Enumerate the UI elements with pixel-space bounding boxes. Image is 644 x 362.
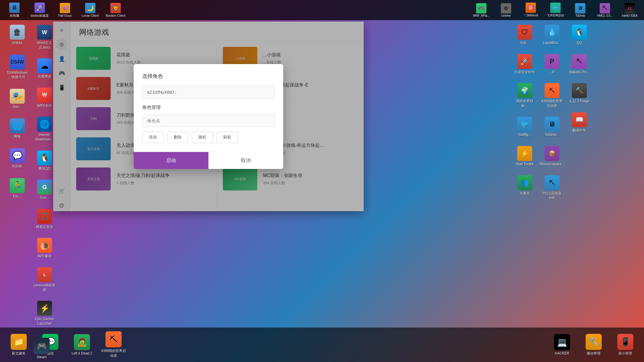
bottom-icon-xinwenjianxi[interactable]: 📁 新文建夹 (6, 334, 32, 356)
role-selection-modal: 选择角色 eZ1lzfNyXBiD | 角色管理 添加 删除 随机 刷新 (134, 64, 283, 169)
desktop-icon-ds4[interactable]: DS4W DS4Windows - 快捷方式 (4, 53, 30, 81)
modal-footer: 启动 取消 (134, 152, 283, 169)
taskbar-icon-todesk[interactable]: 🖥 ToDesk (569, 1, 592, 19)
bottom-icon-hacker[interactable]: 💻 HACKER (549, 334, 575, 355)
desktop-icon-todesk2[interactable]: 🖥 ToDesk... (539, 115, 565, 139)
bottom-icon-steam[interactable]: 🎮 Steam (29, 338, 55, 359)
desktop-icon-world-target[interactable]: 🌍 我的世界目标... (512, 81, 538, 110)
delete-role-button[interactable]: 删除 (167, 132, 188, 143)
taskbar-icon-lunar[interactable]: 🌙 Lunar Client (79, 1, 102, 19)
taskbar-icon-baolion[interactable]: 🦁 Baolion Client (104, 1, 127, 19)
desktop-icon-p[interactable]: P ...P (539, 52, 565, 76)
desktop-icon-4399world[interactable]: ⛏ 4399我的世界启动器 (539, 81, 565, 110)
desktop-icon-pcl2[interactable]: ⛏ PCL2启动器 exe (539, 174, 565, 202)
random-role-button[interactable]: 随机 (192, 132, 213, 143)
desktop-icon-network[interactable]: 🌐 网络 (4, 117, 30, 141)
taskbar-icon-fallguys[interactable]: 👾 Fall Guys (53, 1, 76, 19)
taskbar-icon-wnf[interactable]: 🎮 WNF_NFla... (470, 1, 493, 19)
desktop-icon-resourcepack[interactable]: 📦 Resourcepack... (539, 144, 565, 168)
modal-title: 选择角色 (142, 73, 275, 80)
taskbar-icon-feishu[interactable]: 🐦 飞书官网启动 (544, 1, 567, 19)
desktop-icon-anti[interactable]: 🛡 Anti... (512, 23, 538, 47)
add-role-button[interactable]: 添加 (142, 132, 164, 143)
bottom-icon-l4d[interactable]: 🧟 Left 4 Dead 2 (69, 334, 95, 355)
taskbar-icon-biubiu[interactable]: 🚀 biubiu加速器 (28, 1, 51, 19)
cancel-button[interactable]: 取消 (208, 152, 283, 169)
desktop-icon-swiftly[interactable]: 🐦 Swiftly... (512, 115, 538, 139)
taskbar-right-area: 🎮 WNF_NFla... ⚙ runtime 🎯 ！ЭbiNico9 🐦 飞书… (470, 0, 641, 20)
desktop-icon-yizhan[interactable]: 📖 翻译中学 (566, 111, 592, 135)
taskbar-icon-idea[interactable]: IJ IntelliJ IDEA (618, 1, 641, 19)
taskbar-top: 🖥 此电脑 🚀 biubiu加速器 👾 Fall Guys 🌙 Lunar Cl… (0, 0, 644, 20)
desktop: 🖥 此电脑 🚀 biubiu加速器 👾 Fall Guys 🌙 Lunar Cl… (0, 0, 644, 362)
desktop-icon-huojian[interactable]: 🚀 火箭安全软件 (512, 52, 538, 76)
right-icons-col2: 💧 LiquidBou... P ...P ⛏ 4399我的世界启动器 🖥 To… (539, 23, 565, 202)
role-selector[interactable]: eZ1lzfNyXBiD | (142, 85, 275, 99)
desktop-icon-watt[interactable]: ⚡ Watt Toolkit (512, 144, 538, 168)
desktop-icon-kook[interactable]: 💬 KOOK (4, 147, 30, 171)
desktop-icon-escape[interactable]: 🏃 Esc... (4, 176, 30, 201)
desktop-icon-dajia[interactable]: 👥 大家夫 (512, 174, 538, 198)
desktop-icon-don[interactable]: 🎭 Don... (4, 87, 30, 111)
desktop-icon-recycle[interactable]: 🗑 回收站 (4, 23, 30, 47)
desktop-icon-lenovo[interactable]: L Lenovo联机管理 (32, 265, 57, 294)
app-window: ≡ ⊙ 👤 🎮 📱 🛒 @ 网络游戏 花雨庭 (53, 22, 364, 211)
selected-role-text: eZ1lzfNyXBiD (147, 90, 174, 95)
desktop-icon-forge[interactable]: 🔨 1.12.2-Forge (566, 81, 592, 105)
bottom-icon-qudong[interactable]: 🔧 驱动帮理 (581, 334, 607, 356)
desktop-icon-liquidbounce[interactable]: 💧 LiquidBou... (539, 23, 565, 47)
taskbar-icon-hmcl[interactable]: ⛏ HMCL-3.5... (593, 1, 616, 19)
role-management-title: 角色管理 (142, 105, 275, 111)
desktop-icon-epic[interactable]: ⚡ Epic Games Launcher (32, 299, 57, 328)
taskbar-icon-binico[interactable]: 🎯 ！ЭbiNico9 (519, 1, 542, 19)
modal-overlay: 选择角色 eZ1lzfNyXBiD | 角色管理 添加 删除 随机 刷新 (53, 22, 364, 211)
desktop-icon-qqright[interactable]: 🐧 QQ (566, 23, 592, 47)
refresh-role-button[interactable]: 刷新 (216, 132, 238, 143)
right-icons-col3: 🐧 QQ ⛏ BakaXL Pu... 🔨 1.12.2-Forge 📖 翻译中… (566, 23, 592, 134)
right-icons-col1: 🛡 Anti... 🚀 火箭安全软件 🌍 我的世界目标... 🐦 Swiftly… (512, 23, 538, 197)
bottom-icon-xixiao[interactable]: 📱 喜小班理 (612, 334, 638, 356)
role-name-input[interactable] (142, 115, 275, 127)
taskbar-icon-runtime[interactable]: ⚙ runtime (494, 1, 518, 19)
desktop-icon-bakaxl[interactable]: ⛏ BakaXL Pu... (566, 52, 592, 76)
desktop-icon-niushe[interactable]: 🐌 蜗牛服动 (32, 236, 57, 260)
desktop-icons-left: 🗑 回收站 DS4W DS4Windows - 快捷方式 🎭 Don... 🌐 … (4, 23, 30, 200)
start-button[interactable]: 启动 (134, 152, 208, 169)
modal-action-buttons: 添加 删除 随机 刷新 (142, 132, 275, 143)
bottom-steam-area: 🎮 Steam (29, 338, 55, 359)
modal-body: 选择角色 eZ1lzfNyXBiD | 角色管理 添加 删除 随机 刷新 (134, 64, 283, 143)
taskbar-icon-diandian[interactable]: 🖥 此电脑 (3, 1, 26, 19)
taskbar-bottom: 📁 新文建夹 💬 微信 🧟 Left 4 Dead 2 ⛏ 4399我的世界启动… (0, 328, 644, 362)
bottom-icon-4399[interactable]: ⛏ 4399我的世界启动器 (101, 331, 126, 358)
